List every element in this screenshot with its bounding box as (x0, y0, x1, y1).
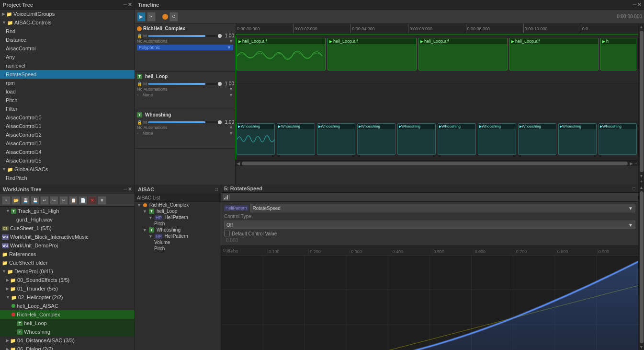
tree-item-globalaisacs[interactable]: ▼ 📁 GlobalAISACs (0, 165, 135, 174)
off-dropdown[interactable]: Off ▼ (224, 221, 635, 229)
tree-item-rotatespeed[interactable]: RotateSpeed (0, 70, 135, 79)
minimize-icon[interactable]: ─ (124, 187, 127, 192)
wu-item-wu-block[interactable]: WU WorkUnit_Block_InteractiveMusic (0, 233, 135, 241)
wu-item-dialog[interactable]: ▶ 📁 06_Dialog (2/2) (0, 345, 135, 350)
aisac-control-maximize-icon[interactable]: □ (633, 186, 635, 191)
wu-item-whooshing[interactable]: T Whooshing (0, 327, 135, 336)
close-icon[interactable]: ✕ (128, 187, 132, 192)
wu-item-cuesheet[interactable]: CS CueSheet_1 (5/5) (0, 224, 135, 233)
whooshing-block-6[interactable]: ▶Whooshing (438, 123, 476, 155)
timeline-minimize-icon[interactable]: ─ (633, 2, 636, 7)
wu-item-thunder[interactable]: ▶ 📁 01_Thunder (5/5) (0, 284, 135, 293)
wu-item-gun1highwav[interactable]: gun1_High.wav (0, 215, 135, 224)
wu-item-soundeffects[interactable]: ▶ 📁 00_SoundEffects (5/5) (0, 276, 135, 284)
whooshing-block-1[interactable]: ▶ Whooshing (237, 123, 275, 155)
wu-item-demoproj[interactable]: ▼ 📁 DemoProj (0/41) (0, 267, 135, 276)
aisac-item-helipattern1[interactable]: ▼ HP HeliPattern (135, 214, 221, 221)
tree-item-any[interactable]: Any (0, 53, 135, 61)
minimize-icon[interactable]: ─ (124, 2, 127, 7)
aisac-maximize-icon[interactable]: □ (215, 187, 218, 192)
tree-item-pitch[interactable]: Pitch (0, 96, 135, 105)
audio-block-heliloop4[interactable]: ▶ heli_Loop.aif (509, 38, 599, 70)
automation-dropdown-arrow[interactable]: ▼ (229, 125, 233, 130)
audio-block-heliloop2[interactable]: ▶ heli_Loop.aif (328, 38, 417, 70)
track-content-whooshing[interactable]: ▶ Whooshing ▶ Whooshing (236, 122, 638, 160)
none-dropdown-arrow[interactable]: ▼ (229, 93, 233, 97)
redo-btn[interactable]: ↪ (50, 196, 58, 205)
scroll-down-btn[interactable]: ▼ (639, 173, 644, 179)
toolbar-icon[interactable] (223, 194, 230, 200)
graph-content[interactable] (221, 256, 638, 350)
whooshing-block-8[interactable]: ▶Whooshing (518, 123, 556, 155)
wu-item-references[interactable]: 📁 References (0, 250, 135, 258)
scissors-tool-button[interactable]: ✂ (147, 12, 156, 22)
whooshing-block-2[interactable]: ▶ Whooshing (277, 123, 315, 155)
track-content-heliloop[interactable] (236, 83, 638, 122)
scroll-left-btn[interactable]: ◀ (236, 161, 241, 166)
automation-dropdown-arrow[interactable]: ▼ (229, 39, 233, 44)
record-button[interactable] (162, 14, 168, 20)
scrollbar-thumb[interactable] (242, 162, 628, 165)
audio-block-heliloop5[interactable]: ▶ h (600, 38, 636, 70)
zoom-in-btn[interactable]: + (634, 161, 638, 166)
aisac-item-helipattern2[interactable]: ▼ HP HeliPattern (135, 233, 221, 239)
save-all-btn[interactable]: 💾 (31, 196, 39, 205)
wu-item-distanceaisac[interactable]: ▶ 📁 04_DistanceAISAC (3/3) (0, 336, 135, 345)
copy-btn[interactable]: 📋 (69, 196, 78, 205)
tree-item-aisaccontrol15[interactable]: AisacControl15 (0, 156, 135, 165)
tree-item-aisaccontrol12[interactable]: AisacControl12 (0, 130, 135, 139)
tree-item-rpm[interactable]: rpm (0, 79, 135, 87)
aisac-item-pitch2[interactable]: Pitch (135, 245, 221, 252)
volume-slider-richhelicomplex[interactable] (148, 35, 220, 37)
cut-btn[interactable]: ✂ (59, 196, 68, 205)
whooshing-block-3[interactable]: ▶Whooshing (317, 123, 355, 155)
rotatespeed-dropdown[interactable]: RotateSpeed ▼ (250, 204, 635, 212)
undo-btn[interactable]: ↩ (40, 196, 49, 205)
expand-btn[interactable]: + (640, 179, 643, 185)
wu-item-richhelicomplex[interactable]: RichHeli_Complex (0, 310, 135, 319)
aisac-v-thumb[interactable] (640, 191, 644, 343)
whooshing-block-4[interactable]: ▶Whooshing (357, 123, 395, 155)
tree-item-load[interactable]: load (0, 87, 135, 96)
save-btn[interactable]: 💾 (21, 196, 30, 205)
open-btn[interactable]: 📂 (11, 196, 20, 205)
whooshing-block-10[interactable]: ▶Whooshing (599, 123, 637, 155)
wu-item-helicopter[interactable]: ▼ 📁 02_Helicopter (2/2) (0, 293, 135, 302)
aisac-scrollbar-v[interactable]: ▲ ▼ (638, 185, 644, 350)
wu-item-heliloop[interactable]: T heli_Loop (0, 319, 135, 327)
tree-item-rainlevel[interactable]: rainlevel (0, 61, 135, 70)
volume-slider-heliloop[interactable] (148, 83, 220, 85)
delete-btn[interactable]: ✕ (88, 196, 97, 205)
whooshing-block-7[interactable]: ▶Whooshing (478, 123, 516, 155)
mute-icon[interactable]: M (143, 34, 147, 38)
timeline-scrollbar-h[interactable]: ◀ ▶ + (236, 160, 638, 166)
loop-button[interactable]: ↺ (169, 12, 178, 22)
wu-item-heliloopaisac[interactable]: heli_Loop_AISAC (0, 302, 135, 310)
aisac-item-pitch1[interactable]: Pitch (135, 221, 221, 227)
tree-item-aisaccontrol11[interactable]: AisacControl11 (0, 122, 135, 130)
mute-icon[interactable]: M (143, 120, 147, 125)
tree-item-aisac-controls[interactable]: ▼ 📁 AISAC-Controls (0, 18, 135, 27)
aisac-scroll-down[interactable]: ▼ (639, 344, 644, 350)
tree-item-rnd[interactable]: Rnd (0, 27, 135, 35)
tree-item-aisaccontrol14[interactable]: AisacControl14 (0, 148, 135, 156)
scroll-right-btn[interactable]: ▶ (629, 161, 634, 166)
more-btn[interactable]: ▼ (98, 196, 106, 205)
timeline-scrollbar-v[interactable]: ▲ ▼ + (638, 24, 644, 185)
wu-item-cuesheetfolder[interactable]: 📁 CueSheetFolder (0, 258, 135, 267)
audio-block-heliloop3[interactable]: ▶ heli_Loop.aif (418, 38, 508, 70)
mute-icon[interactable]: M (143, 82, 147, 86)
none-dropdown-arrow[interactable]: ▼ (229, 131, 233, 136)
whooshing-block-9[interactable]: ▶Whooshing (558, 123, 597, 155)
v-scrollbar-thumb[interactable] (640, 31, 644, 172)
tree-item-voicelimitgroups[interactable]: ▶ 📁 VoiceLimitGroups (0, 10, 135, 18)
wu-item-trackgun1high[interactable]: ▼ T Track_gun1_High (0, 207, 135, 215)
automation-dropdown-arrow[interactable]: ▼ (229, 87, 233, 92)
scroll-up-btn[interactable]: ▲ (639, 24, 644, 30)
polyphonic-arrow[interactable]: ▼ (227, 45, 231, 50)
aisac-item-heliloop[interactable]: ▼ T heli_Loop (135, 208, 221, 214)
aisac-item-volume[interactable]: Volume (135, 239, 221, 245)
tree-item-filter[interactable]: Filter (0, 105, 135, 113)
aisac-scroll-up[interactable]: ▲ (639, 185, 644, 190)
audio-block-heliloop1[interactable]: ▶ heli_Loop.aif (237, 38, 326, 70)
